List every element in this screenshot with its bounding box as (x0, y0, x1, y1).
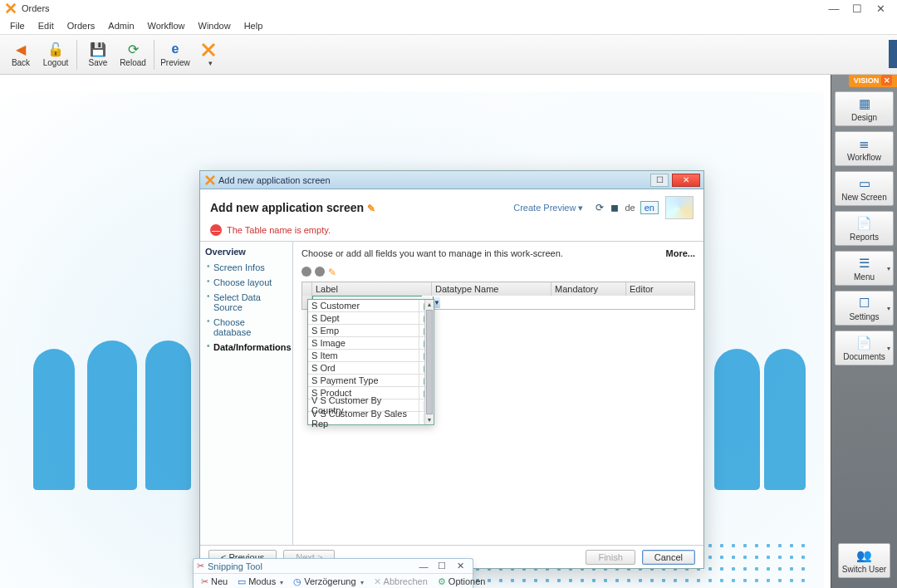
logout-icon: 🔓 (48, 42, 63, 56)
lang-de-button[interactable]: de (622, 202, 639, 213)
bg-figure (714, 349, 760, 490)
toolbar: ◀Back 🔓Logout 💾Save ⟳Reload ePreview (0, 35, 897, 75)
dropdown-option-label: S Dept (308, 313, 419, 323)
sidebar-menu[interactable]: ☰Menu▾ (835, 251, 894, 286)
dropdown-option[interactable]: S Dept▦ (308, 312, 434, 325)
chevron-down-icon[interactable]: ▾ (887, 305, 890, 312)
minimize-button[interactable]: — (822, 0, 846, 17)
dropdown-option[interactable]: S Ord▦ (308, 362, 434, 375)
nav-screen-infos[interactable]: Screen Infos (205, 260, 287, 275)
vision-tab[interactable]: VISION (849, 75, 897, 87)
clock-icon: ◷ (293, 576, 301, 587)
chevron-down-icon[interactable]: ▾ (887, 345, 890, 352)
dropdown-option-label: V S Customer By Sales Rep (308, 409, 419, 429)
menu-orders[interactable]: Orders (61, 19, 102, 32)
snip-mode-button[interactable]: ▭Modus (233, 576, 287, 588)
error-text: The Table name is empty. (227, 225, 331, 235)
sidebar-workflow[interactable]: ≣Workflow (835, 131, 894, 166)
add-row-button[interactable] (301, 267, 311, 277)
nav-choose-layout[interactable]: Choose layout (205, 275, 287, 290)
docked-panel-handle[interactable] (889, 40, 897, 68)
menu-file[interactable]: File (3, 19, 32, 32)
finish-button[interactable]: Finish (586, 550, 635, 565)
dropdown-option[interactable]: S Customer▦ (308, 300, 434, 312)
extensions-dropdown[interactable] (193, 37, 224, 73)
reload-button[interactable]: ⟳Reload (115, 37, 150, 73)
dropdown-option[interactable]: S Item▦ (308, 350, 434, 362)
snip-options-button[interactable]: ⚙Optionen (434, 576, 490, 588)
dialog-titlebar[interactable]: Add new application screen ☐ ✕ (200, 171, 703, 189)
settings-icon: ☐ (859, 296, 870, 311)
nav-data-informations[interactable]: Data/Informations (205, 340, 287, 355)
save-preview-icon[interactable]: ◼ (609, 202, 620, 213)
snip-new-button[interactable]: ✂Neu (197, 576, 232, 588)
row-selector-header[interactable] (302, 282, 312, 296)
sidebar-reports[interactable]: 📄Reports (835, 211, 894, 246)
sidebar-new-screen[interactable]: ▭New Screen (835, 171, 894, 206)
menu-edit[interactable]: Edit (32, 19, 61, 32)
menu-workflow[interactable]: Workflow (141, 19, 192, 32)
snip-cancel-button[interactable]: ✕Abbrechen (370, 576, 432, 588)
edit-row-button[interactable]: ✎ (328, 267, 336, 278)
snip-minimize-button[interactable]: — (414, 561, 433, 572)
maximize-button[interactable]: ☐ (846, 0, 869, 17)
logout-button[interactable]: 🔓Logout (38, 37, 73, 73)
menu-window[interactable]: Window (192, 19, 238, 32)
col-datatype[interactable]: Datatype Name (432, 282, 551, 296)
save-button[interactable]: 💾Save (81, 37, 115, 73)
new-screen-icon: ▭ (859, 176, 870, 191)
lang-en-button[interactable]: en (640, 201, 659, 214)
back-button[interactable]: ◀Back (3, 37, 38, 73)
scroll-down-button[interactable]: ▼ (425, 415, 434, 424)
dialog-close-button[interactable]: ✕ (672, 174, 700, 187)
preview-thumbnail (665, 196, 694, 219)
dropdown-option[interactable]: S Emp▦ (308, 325, 434, 337)
pencil-icon[interactable]: ✎ (367, 203, 375, 214)
error-icon: — (210, 224, 222, 236)
documents-icon: 📄 (856, 336, 872, 350)
reload-icon: ⟳ (125, 42, 140, 56)
close-button[interactable]: ✕ (869, 0, 892, 17)
sidebar-settings[interactable]: ☐Settings▾ (835, 291, 894, 326)
snip-delay-button[interactable]: ◷Verzögerung (289, 576, 367, 588)
bg-figure (87, 341, 137, 490)
dropdown-option[interactable]: S Payment Type▦ (308, 375, 434, 387)
col-label[interactable]: Label (312, 282, 432, 296)
reports-icon: 📄 (856, 216, 872, 231)
snip-titlebar[interactable]: ✂ Snipping Tool — ☐ ✕ (194, 559, 473, 574)
col-editor[interactable]: Editor (626, 282, 694, 296)
col-mandatory[interactable]: Mandatory (551, 282, 626, 296)
dropdown-option-label: S Payment Type (308, 375, 419, 385)
dropdown-option-label: S Image (308, 338, 419, 348)
nav-choose-database[interactable]: Choose database (205, 315, 287, 340)
sidebar-documents[interactable]: 📄Documents▾ (835, 331, 894, 365)
nav-select-data-source[interactable]: Select Data Source (205, 290, 287, 315)
x-icon: ✕ (374, 576, 381, 587)
remove-row-button[interactable] (315, 267, 325, 277)
dropdown-scrollbar[interactable]: ▲ ▼ (424, 300, 434, 424)
scroll-thumb[interactable] (426, 310, 433, 414)
dropdown-option[interactable]: S Image▦ (308, 337, 434, 350)
refresh-icon[interactable]: ⟳ (594, 202, 605, 213)
more-link[interactable]: More... (666, 248, 695, 258)
add-application-screen-dialog: Add new application screen ☐ ✕ Add new a… (199, 170, 704, 569)
app-x-icon (205, 175, 215, 185)
menu-help[interactable]: Help (238, 19, 270, 32)
label-combobox-popup: S Customer▦S Dept▦S Emp▦S Image▦S Item▦S… (307, 299, 434, 425)
dialog-maximize-button[interactable]: ☐ (650, 174, 669, 187)
workflow-icon: ≣ (859, 136, 870, 151)
dropdown-option[interactable]: V S Customer By Sales Rep📃 (308, 412, 434, 424)
cancel-button[interactable]: Cancel (642, 550, 695, 565)
create-preview-link[interactable]: Create Preview ▾ (513, 203, 583, 213)
preview-button[interactable]: ePreview (158, 37, 193, 73)
back-icon: ◀ (13, 42, 28, 56)
sidebar-design[interactable]: ▦Design (835, 91, 894, 126)
snip-maximize-button[interactable]: ☐ (433, 561, 451, 572)
snip-title: Snipping Tool (208, 561, 414, 571)
scroll-up-button[interactable]: ▲ (425, 300, 434, 309)
menu-admin[interactable]: Admin (101, 19, 140, 32)
chevron-down-icon[interactable]: ▾ (887, 265, 890, 272)
dialog-heading: Add new application screen ✎ (210, 201, 513, 214)
switch-user-button[interactable]: 👥Switch User (838, 543, 890, 578)
snip-close-button[interactable]: ✕ (451, 561, 469, 572)
